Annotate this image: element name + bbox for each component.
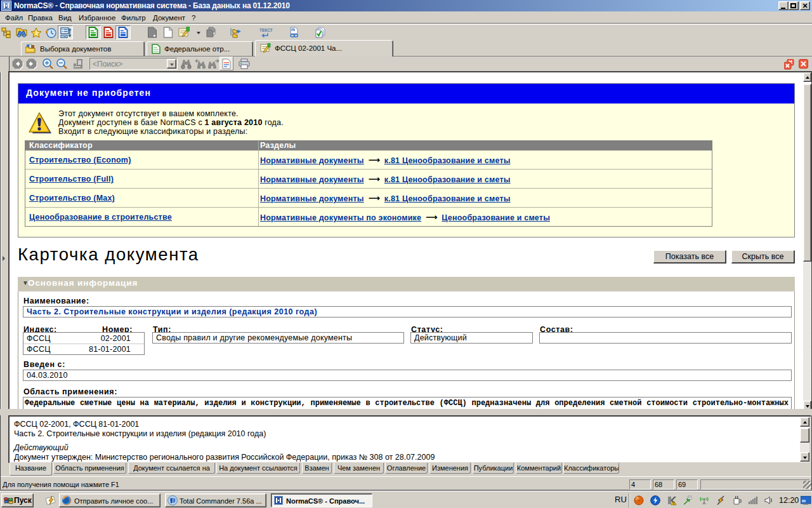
svg-text:ТЕКСТ: ТЕКСТ (259, 28, 273, 32)
svg-text:W: W (292, 29, 294, 32)
